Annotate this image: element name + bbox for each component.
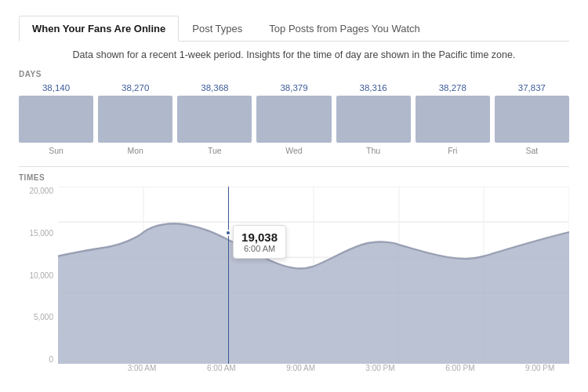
y-axis: 20,000 15,000 10,000 5,000 0	[19, 187, 58, 379]
day-value-tue: 38,368	[201, 83, 228, 93]
day-label-tue: Tue	[208, 146, 222, 155]
day-bar-mon	[98, 96, 172, 143]
day-value-wed: 38,379	[280, 83, 307, 93]
day-value-sat: 37,837	[518, 83, 546, 93]
day-value-mon: 38,270	[122, 83, 149, 93]
day-label-sun: Sun	[49, 146, 64, 155]
y-label-0: 0	[19, 355, 58, 364]
day-bar-wed	[256, 96, 331, 143]
x-label-9pm: 9:00 PM	[525, 364, 554, 379]
day-label-fri: Fri	[448, 146, 457, 155]
tab-post-types[interactable]: Post Types	[179, 16, 256, 42]
x-label-9am: 9:00 AM	[286, 364, 315, 379]
times-label: TIMES	[19, 173, 569, 182]
info-text: Data shown for a recent 1-week period. I…	[19, 49, 569, 60]
y-label-15k: 15,000	[19, 229, 58, 238]
days-grid: 38,140 Sun 38,270 Mon 38,368 Tue 38,379 …	[19, 83, 569, 155]
list-item: 38,140 Sun	[19, 83, 93, 155]
y-label-10k: 10,000	[19, 271, 58, 280]
day-label-sat: Sat	[526, 146, 539, 155]
chart-area: 20,000 15,000 10,000 5,000 0	[19, 187, 569, 379]
list-item: 38,278 Fri	[416, 83, 490, 155]
tooltip-dot	[225, 230, 231, 236]
x-label-3am: 3:00 AM	[128, 364, 157, 379]
day-label-mon: Mon	[127, 146, 143, 155]
x-label-3pm: 3:00 PM	[365, 364, 394, 379]
tooltip-vline	[228, 187, 229, 364]
list-item: 38,316 Thu	[336, 83, 411, 155]
tabs-bar: When Your Fans Are Online Post Types Top…	[19, 16, 569, 42]
tab-top-posts[interactable]: Top Posts from Pages You Watch	[256, 16, 433, 42]
list-item: 37,837 Sat	[495, 83, 569, 155]
day-value-sun: 38,140	[42, 83, 70, 93]
day-value-fri: 38,278	[439, 83, 466, 93]
day-bar-sun	[19, 96, 93, 143]
times-section: TIMES 20,000 15,000 10,000 5,000 0	[19, 173, 569, 379]
chart-content[interactable]: 19,038 6:00 AM 3:00 AM 6:00 AM 9:00 AM 3…	[58, 187, 569, 379]
day-label-thu: Thu	[366, 146, 380, 155]
x-label-6am: 6:00 AM	[207, 364, 236, 379]
list-item: 38,368 Tue	[177, 83, 252, 155]
day-bar-sat	[495, 96, 569, 143]
day-bar-tue	[177, 96, 252, 143]
day-label-wed: Wed	[285, 146, 302, 155]
list-item: 38,379 Wed	[256, 83, 331, 155]
page-container: When Your Fans Are Online Post Types Top…	[0, 0, 588, 392]
area-chart	[58, 187, 569, 364]
day-bar-thu	[336, 96, 411, 143]
y-label-20k: 20,000	[19, 187, 58, 195]
tab-fans-online[interactable]: When Your Fans Are Online	[19, 16, 179, 42]
x-label-6pm: 6:00 PM	[445, 364, 474, 379]
days-label: DAYS	[19, 70, 569, 78]
section-divider	[19, 166, 569, 167]
day-value-thu: 38,316	[360, 83, 387, 93]
y-label-5k: 5,000	[19, 313, 58, 321]
list-item: 38,270 Mon	[98, 83, 172, 155]
x-axis: 3:00 AM 6:00 AM 9:00 AM 3:00 PM 6:00 PM …	[58, 364, 569, 379]
day-bar-fri	[416, 96, 490, 143]
